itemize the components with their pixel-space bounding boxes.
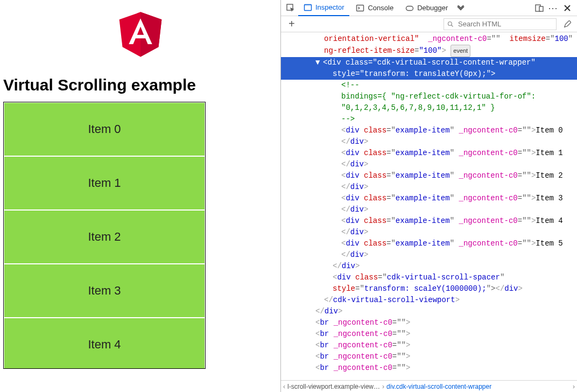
dom-line[interactable]: </div> — [281, 159, 577, 170]
breadcrumb-node[interactable]: l-scroll-viewport.example-view… — [287, 383, 380, 390]
dom-line[interactable]: <br _ngcontent-c0=""> — [281, 328, 577, 340]
svg-rect-8 — [539, 6, 543, 11]
dom-line[interactable]: orientation-vertical" _ngcontent-c0="" i… — [281, 33, 577, 45]
console-icon — [356, 4, 364, 12]
new-node-button[interactable]: + — [284, 18, 299, 30]
dom-line[interactable]: </div> — [281, 181, 577, 193]
dom-line-selected[interactable]: ▼ <div class="cdk-virtual-scroll-content… — [281, 57, 577, 68]
page-title: Virtual Scrolling example — [3, 76, 280, 94]
dom-line[interactable]: style="transform: scaleY(1000000);"></di… — [281, 283, 577, 295]
svg-marker-1 — [140, 12, 161, 57]
breadcrumb-next-icon[interactable]: › — [573, 383, 575, 390]
devtools-toolbar: Inspector Console Debugger ⋯ — [281, 0, 577, 16]
list-item: Item 4 — [4, 318, 205, 369]
kebab-menu-icon[interactable]: ⋯ — [547, 2, 560, 15]
dom-line[interactable]: </div> — [281, 227, 577, 238]
devtools-subtoolbar: + — [281, 16, 577, 32]
dom-line[interactable]: <div class="example-item" _ngcontent-c0=… — [281, 215, 577, 227]
dom-comment[interactable]: bindings={ "ng-reflect-cdk-virtual-for-o… — [281, 91, 577, 102]
dom-line-selected[interactable]: style="transform: translateY(0px);"> — [281, 68, 577, 80]
svg-rect-6 — [406, 6, 413, 10]
dom-line[interactable]: </div> — [281, 306, 577, 317]
tab-inspector-label: Inspector — [315, 3, 344, 11]
edit-html-icon[interactable] — [561, 18, 574, 31]
search-html-input-wrap[interactable] — [444, 18, 557, 30]
list-item: Item 0 — [4, 102, 205, 156]
dom-line[interactable]: <div class="example-item" _ngcontent-c0=… — [281, 238, 577, 249]
dom-line[interactable]: <br _ngcontent-c0=""> — [281, 362, 577, 374]
debugger-icon — [405, 4, 414, 12]
dom-line[interactable]: </div> — [281, 261, 577, 272]
tab-debugger[interactable]: Debugger — [400, 0, 453, 16]
logo-wrap — [0, 0, 280, 61]
list-item: Item 3 — [4, 264, 205, 318]
dom-line[interactable]: <div class="example-item" _ngcontent-c0=… — [281, 125, 577, 136]
close-devtools-icon[interactable] — [561, 2, 574, 15]
tab-console-label: Console — [368, 4, 393, 12]
dom-line[interactable]: <div class="example-item" _ngcontent-c0=… — [281, 193, 577, 204]
dom-line[interactable]: <div class="example-item" _ngcontent-c0=… — [281, 148, 577, 159]
devtools-panel: Inspector Console Debugger ⋯ + — [281, 0, 577, 392]
list-item: Item 1 — [4, 156, 205, 210]
tab-inspector[interactable]: Inspector — [298, 0, 349, 16]
chevron-right-icon: › — [382, 383, 384, 390]
pick-element-icon[interactable] — [284, 2, 297, 15]
dom-line[interactable]: <div class="cdk-virtual-scroll-spacer" — [281, 272, 577, 283]
dom-comment[interactable]: <!-- — [281, 80, 577, 91]
dom-line[interactable]: </cdk-virtual-scroll-viewport> — [281, 295, 577, 306]
dom-comment[interactable]: "0,1,2,3,4,5,6,7,8,9,10,11,12,1" } — [281, 102, 577, 114]
dom-line[interactable]: </div> — [281, 136, 577, 148]
dom-tree[interactable]: orientation-vertical" _ngcontent-c0="" i… — [281, 32, 577, 380]
svg-line-10 — [452, 25, 453, 26]
virtual-scroll-viewport[interactable]: Item 0 Item 1 Item 2 Item 3 Item 4 Item … — [3, 102, 206, 369]
dom-line[interactable]: <br _ngcontent-c0=""> — [281, 340, 577, 351]
dom-line[interactable]: <div class="example-item" _ngcontent-c0=… — [281, 170, 577, 181]
dom-line[interactable]: <br _ngcontent-c0=""> — [281, 351, 577, 362]
angular-logo-icon — [116, 6, 165, 59]
dom-comment[interactable]: --> — [281, 114, 577, 125]
breadcrumb-node-current[interactable]: div.cdk-virtual-scroll-content-wrapper — [386, 383, 491, 390]
search-icon — [447, 21, 454, 27]
dom-line[interactable]: </div> — [281, 204, 577, 215]
dom-line[interactable]: </div> — [281, 249, 577, 261]
breadcrumb-prev-icon[interactable]: ‹ — [283, 383, 285, 390]
list-item: Item 2 — [4, 210, 205, 264]
app-page: Virtual Scrolling example Item 0 Item 1 … — [0, 0, 281, 392]
tab-debugger-label: Debugger — [417, 4, 448, 12]
tab-console[interactable]: Console — [350, 0, 399, 16]
event-badge[interactable]: event — [451, 45, 470, 57]
svg-point-9 — [448, 22, 452, 25]
svg-rect-4 — [305, 4, 312, 6]
search-html-input[interactable] — [457, 19, 553, 29]
tabs-overflow-icon[interactable] — [454, 2, 467, 15]
inspector-icon — [304, 3, 312, 12]
dom-line[interactable]: ng-reflect-item-size="100"> event — [281, 45, 577, 57]
responsive-mode-icon[interactable] — [533, 2, 546, 15]
breadcrumb[interactable]: ‹ l-scroll-viewport.example-view… › div.… — [281, 380, 577, 392]
dom-line[interactable]: <br _ngcontent-c0=""> — [281, 317, 577, 328]
